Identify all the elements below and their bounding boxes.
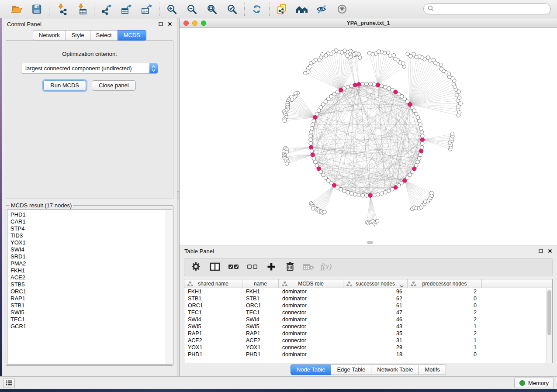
zoom-out-button[interactable] <box>185 3 198 16</box>
tab-motifs[interactable]: Motifs <box>419 364 446 375</box>
mcds-node-item[interactable]: GCR1 <box>10 323 172 330</box>
table-panel-title: Table Panel <box>184 248 214 254</box>
dropdown-stepper-icon <box>149 63 158 73</box>
export-image-icon <box>141 3 152 15</box>
task-history-button[interactable] <box>3 378 15 388</box>
delete-column-button[interactable] <box>284 262 296 273</box>
zoom-selected-button[interactable] <box>225 3 239 16</box>
hide-selected-button[interactable] <box>315 3 329 16</box>
close-window-button[interactable] <box>183 21 189 26</box>
mcds-node-item[interactable]: STP4 <box>10 225 172 232</box>
close-table-panel-icon[interactable] <box>548 248 552 254</box>
table-row[interactable]: STB1STB1dominator620 <box>184 295 552 302</box>
float-panel-icon[interactable] <box>159 21 163 28</box>
sort-desc-icon[interactable] <box>400 283 404 289</box>
table-row[interactable]: ORC1ORC1dominator610 <box>184 302 552 309</box>
criterion-dropdown[interactable]: largest connected component (undirected) <box>21 63 158 74</box>
first-neighbors-button[interactable] <box>295 3 308 16</box>
table-scrollbar[interactable] <box>546 289 552 363</box>
tab-style[interactable]: Style <box>66 30 90 41</box>
mcds-node-item[interactable]: STB5 <box>10 281 172 288</box>
table-row[interactable]: PHD1PHD1dominator180 <box>184 351 552 358</box>
save-session-button[interactable] <box>30 3 43 16</box>
mcds-node-item[interactable]: SRD1 <box>10 253 172 260</box>
table-panel: Table Panel f(x) shared namenameMCDS rol… <box>180 245 557 376</box>
mcds-result-title: MCDS result (17 nodes) <box>10 202 73 209</box>
criterion-dropdown-value: largest connected component (undirected) <box>25 65 132 72</box>
zoom-fit-button[interactable] <box>205 3 218 16</box>
import-network-button[interactable] <box>55 3 68 16</box>
export-table-button[interactable] <box>120 3 133 16</box>
import-table-button[interactable] <box>75 3 88 16</box>
mcds-node-item[interactable]: ORC1 <box>10 288 172 295</box>
network-window-titlebar: YPA_prune.txt_1 <box>180 18 557 28</box>
open-session-button[interactable] <box>10 3 23 16</box>
mcds-node-item[interactable]: SWI4 <box>10 246 172 253</box>
tab-select[interactable]: Select <box>90 30 118 41</box>
main-area: Control Panel NetworkStyleSelectMCDS Opt… <box>2 18 557 376</box>
memory-status-icon <box>519 380 525 386</box>
maximize-window-button[interactable] <box>201 21 206 26</box>
column-header-shared-name[interactable]: shared name <box>184 279 242 288</box>
mcds-node-item[interactable]: YOX1 <box>10 239 172 246</box>
minimize-window-button[interactable] <box>192 21 197 26</box>
network-canvas[interactable] <box>180 28 557 245</box>
search-input[interactable] <box>436 5 547 13</box>
table-row[interactable]: FKH1FKH1dominator962 <box>184 288 552 295</box>
table-row[interactable]: SWI4SWI4dominator462 <box>184 316 552 323</box>
column-header-predecessor-nodes[interactable]: predecessor nodes <box>408 279 482 288</box>
run-mcds-button[interactable]: Run MCDS <box>43 80 86 91</box>
column-header-MCDS-role[interactable]: MCDS role <box>279 279 343 288</box>
desktop-edge-bottom <box>0 389 557 392</box>
network-hscroll-thumb[interactable] <box>367 241 373 244</box>
export-network-button[interactable] <box>100 3 113 16</box>
tab-network-table[interactable]: Network Table <box>371 364 419 375</box>
column-header-successor-nodes[interactable]: successor nodes <box>343 279 408 288</box>
network-window: YPA_prune.txt_1 <box>180 18 557 245</box>
mcds-list-scrollbar[interactable] <box>166 210 171 364</box>
split-view-button[interactable] <box>209 262 221 273</box>
mcds-node-item[interactable]: FKH1 <box>10 267 172 274</box>
table-row[interactable]: RAP1RAP1dominator352 <box>184 330 552 337</box>
table-row[interactable]: SWI5SWI5connector431 <box>184 323 552 330</box>
float-table-panel-icon[interactable] <box>539 248 543 254</box>
show-all-button[interactable] <box>336 3 349 16</box>
deselect-all-button[interactable] <box>246 262 259 273</box>
mcds-node-item[interactable]: TID3 <box>10 232 172 239</box>
clone-network-button[interactable] <box>275 3 288 16</box>
mcds-node-item[interactable]: ACE2 <box>10 274 172 281</box>
refresh-button[interactable] <box>250 3 263 16</box>
add-column-button[interactable] <box>265 262 277 273</box>
table-scrollbar-thumb[interactable] <box>547 290 551 335</box>
table-row[interactable]: TEC1TEC1connector472 <box>184 309 552 316</box>
close-panel-icon[interactable] <box>168 21 172 28</box>
tab-edge-table[interactable]: Edge Table <box>331 364 371 375</box>
delete-table-button <box>303 262 315 273</box>
hide-selected-icon <box>316 4 328 14</box>
mcds-node-item[interactable]: CAR1 <box>10 218 172 225</box>
export-network-icon <box>101 3 112 15</box>
column-type-icon <box>187 282 193 288</box>
mcds-node-item[interactable]: SWI5 <box>10 309 172 316</box>
mcds-result-list[interactable]: PHD1CAR1STP4TID3YOX1SWI4SRD1PMA2FKH1ACE2… <box>7 210 172 364</box>
mcds-node-item[interactable]: PMA2 <box>10 260 172 267</box>
split-divider-grip[interactable] <box>177 191 179 199</box>
mcds-node-item[interactable]: STB1 <box>10 302 172 309</box>
mcds-node-item[interactable]: PHD1 <box>10 211 172 218</box>
column-header-name[interactable]: name <box>242 279 279 288</box>
select-all-button[interactable] <box>228 262 240 273</box>
settings-button[interactable] <box>190 262 202 273</box>
mcds-node-item[interactable]: TEC1 <box>10 316 172 323</box>
search-box[interactable] <box>423 3 551 14</box>
zoom-in-button[interactable] <box>165 3 178 16</box>
mcds-node-item[interactable]: RAP1 <box>10 295 172 302</box>
table-row[interactable]: ACE2ACE2connector311 <box>184 337 552 344</box>
tab-network[interactable]: Network <box>33 30 66 41</box>
table-row[interactable]: YOX1YOX1connector291 <box>184 344 552 351</box>
export-image-button[interactable] <box>140 3 153 16</box>
tab-node-table[interactable]: Node Table <box>291 364 332 375</box>
close-panel-button[interactable]: Close panel <box>92 80 136 91</box>
tab-mcds[interactable]: MCDS <box>118 30 146 41</box>
network-graph[interactable] <box>180 28 557 245</box>
memory-button[interactable]: Memory <box>514 378 554 388</box>
